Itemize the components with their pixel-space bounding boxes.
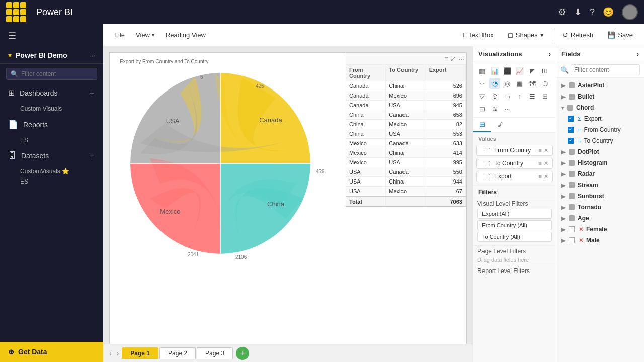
filter-from-country-remove[interactable]: ✕ (544, 147, 548, 154)
sidebar-item-dashboards[interactable]: ⊞ Dashboards ＋ (0, 84, 103, 102)
radar-label: Radar (578, 170, 595, 177)
sidebar-item-datasets[interactable]: 🗄 Datasets ＋ (0, 147, 103, 164)
fields-section-age[interactable]: ▶ Age (556, 213, 644, 224)
page-nav-next[interactable]: › (115, 349, 121, 357)
avatar[interactable] (622, 4, 638, 20)
workspace-name: Power BI Demo (16, 51, 86, 59)
shapes-button[interactable]: ◻ Shapes ▾ (503, 29, 549, 41)
viz-filled-map-icon[interactable]: ⬡ (539, 78, 550, 89)
viz-funnel-icon[interactable]: ▽ (476, 90, 488, 102)
viz-clustered-bar-icon[interactable]: 📊 (489, 65, 500, 76)
male-checkbox[interactable] (569, 237, 575, 243)
viz-more-icon[interactable]: ··· (502, 103, 513, 114)
to-country-checkbox[interactable] (568, 138, 574, 144)
file-menu[interactable]: File (109, 28, 130, 42)
female-checkbox[interactable] (569, 226, 575, 232)
table-more-icon[interactable]: ··· (458, 55, 464, 63)
viz-line-icon[interactable]: 📈 (514, 65, 525, 76)
filter-to-country-remove[interactable]: ✕ (544, 160, 548, 167)
filter-pill-from-country[interactable]: From Country (All) (477, 220, 552, 230)
table-focus-icon[interactable]: ⤢ (450, 55, 456, 63)
fields-search-icon: 🔍 (560, 66, 569, 74)
page-nav-prev[interactable]: ‹ (107, 349, 114, 357)
fields-section-asterplot[interactable]: ▶ AsterPlot (556, 80, 644, 91)
cell-to: China (386, 81, 426, 90)
viz-slicer-icon[interactable]: ☰ (527, 90, 538, 102)
save-button[interactable]: 💾 Save (602, 29, 638, 41)
viz-matrix-icon[interactable]: ⊡ (476, 103, 488, 114)
add-page-button[interactable]: + (236, 347, 249, 360)
viz-format-tab[interactable]: 🖌 (491, 118, 510, 132)
viz-gauge-icon[interactable]: ⏲ (489, 90, 500, 102)
viz-combo-icon[interactable]: Ш (539, 65, 550, 76)
from-country-checkbox[interactable] (568, 127, 574, 133)
dashboards-add-icon[interactable]: ＋ (89, 88, 95, 98)
get-data-button[interactable]: ⊕ Get Data (0, 342, 103, 362)
workspace-more-icon[interactable]: ··· (90, 52, 95, 59)
table-menu-icon[interactable]: ≡ (444, 55, 448, 63)
fields-panel-expand-icon[interactable]: › (637, 50, 639, 58)
sidebar-item-customvisuals-ds[interactable]: CustomVisuals ⭐ (20, 166, 103, 176)
viz-pie-icon[interactable]: ◔ (489, 78, 500, 89)
sidebar-item-es-ds[interactable]: ES (20, 176, 103, 187)
fields-item-to-country[interactable]: ≡ To Country (556, 135, 644, 146)
fields-section-stream[interactable]: ▶ Stream (556, 179, 644, 191)
viz-fields-tab[interactable]: ⊞ (473, 118, 491, 132)
filters-section-title: Filters (473, 185, 556, 198)
fields-section-male[interactable]: ▶ ✕ Male (556, 235, 644, 246)
filter-pill-to-country[interactable]: To Country (All) (477, 232, 552, 242)
viz-card-icon[interactable]: ▭ (502, 90, 513, 102)
export-checkbox[interactable] (568, 116, 574, 122)
datasets-add-icon[interactable]: ＋ (89, 151, 95, 160)
app-grid-icon[interactable] (6, 2, 26, 22)
viz-treemap-icon[interactable]: ▦ (514, 78, 525, 89)
viz-map-icon[interactable]: 🗺 (527, 78, 538, 89)
viz-kpi-icon[interactable]: ↑ (514, 90, 525, 102)
filter-menu-icon-2[interactable]: ≡ (539, 160, 542, 166)
fields-section-histogram[interactable]: ▶ Histogram (556, 157, 644, 168)
page-tab-1[interactable]: Page 1 (122, 347, 158, 359)
view-menu[interactable]: View ▾ (131, 28, 159, 42)
fields-section-sunburst[interactable]: ▶ Sunburst (556, 191, 644, 202)
sidebar-item-es-reports[interactable]: ES (20, 135, 103, 145)
fields-section-tornado[interactable]: ▶ Tornado (556, 202, 644, 213)
page-tab-2[interactable]: Page 2 (159, 347, 196, 359)
filter-menu-icon[interactable]: ≡ (539, 147, 542, 153)
viz-stacked-col-icon[interactable]: ⬛ (502, 65, 513, 76)
fields-search-input[interactable] (571, 64, 640, 75)
fields-item-from-country[interactable]: ≡ From Country (556, 124, 644, 135)
viz-stacked-bar-icon[interactable]: ▦ (476, 65, 488, 76)
fields-section-female[interactable]: ▶ ✕ Female (556, 224, 644, 235)
viz-panel-expand-icon[interactable]: › (549, 50, 551, 58)
search-input[interactable] (21, 70, 93, 77)
fields-item-export[interactable]: Σ Export (556, 113, 644, 124)
help-icon[interactable]: ? (590, 7, 595, 18)
viz-waterfall-icon[interactable]: ≋ (489, 103, 500, 114)
viz-area-icon[interactable]: ◤ (527, 65, 538, 76)
sidebar-search[interactable]: 🔍 (6, 68, 97, 80)
page-tab-3[interactable]: Page 3 (197, 347, 233, 359)
get-data-icon: ⊕ (8, 348, 14, 356)
fields-section-dotplot[interactable]: ▶ DotPlot (556, 146, 644, 157)
viz-table-icon[interactable]: ⊞ (539, 90, 550, 102)
textbox-button[interactable]: T Text Box (457, 29, 499, 41)
sidebar-item-custom-visuals[interactable]: Custom Visuals (20, 104, 103, 114)
filter-export-remove[interactable]: ✕ (544, 173, 548, 180)
filter-pill-export[interactable]: Export (All) (477, 209, 552, 219)
fields-section-bullet[interactable]: ▶ Bullet (556, 91, 644, 102)
svg-text:China: China (267, 200, 285, 208)
refresh-button[interactable]: ↺ Refresh (557, 29, 599, 41)
viz-scatter-icon[interactable]: ⁘ (476, 78, 488, 89)
fields-section-chord[interactable]: ▾ Chord (556, 102, 644, 113)
sidebar-item-reports[interactable]: 📄 Reports (0, 116, 103, 133)
reading-view-menu[interactable]: Reading View (160, 28, 211, 42)
user-icon[interactable]: 😊 (603, 7, 614, 18)
workspace-expand-icon[interactable]: ▾ (8, 51, 12, 59)
filter-menu-icon-3[interactable]: ≡ (539, 173, 542, 179)
viz-donut-icon[interactable]: ◎ (502, 78, 513, 89)
chord-chart[interactable]: Canada China Mexico USA 425 6 2041 2106 … (115, 58, 346, 294)
hamburger-icon[interactable]: ☰ (0, 24, 103, 47)
settings-icon[interactable]: ⚙ (558, 7, 566, 18)
download-icon[interactable]: ⬇ (574, 7, 582, 18)
fields-section-radar[interactable]: ▶ Radar (556, 168, 644, 179)
